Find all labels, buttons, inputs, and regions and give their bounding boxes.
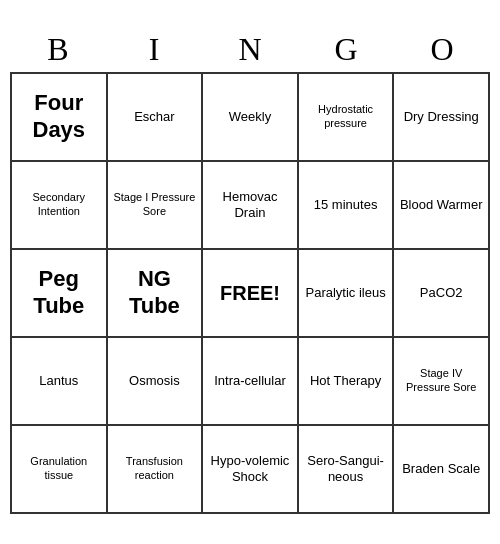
bingo-cell-11: NG Tube bbox=[108, 250, 204, 338]
bingo-cell-20: Granulation tissue bbox=[12, 426, 108, 514]
bingo-cell-4: Dry Dressing bbox=[394, 74, 490, 162]
header-letter-I: I bbox=[108, 31, 200, 68]
header-letter-O: O bbox=[396, 31, 488, 68]
bingo-cell-9: Blood Warmer bbox=[394, 162, 490, 250]
bingo-cell-13: Paralytic ileus bbox=[299, 250, 395, 338]
bingo-header: BINGO bbox=[10, 31, 490, 68]
bingo-cell-2: Weekly bbox=[203, 74, 299, 162]
bingo-cell-16: Osmosis bbox=[108, 338, 204, 426]
bingo-cell-3: Hydrostatic pressure bbox=[299, 74, 395, 162]
bingo-cell-0: Four Days bbox=[12, 74, 108, 162]
bingo-grid: Four DaysEscharWeeklyHydrostatic pressur… bbox=[10, 72, 490, 514]
bingo-cell-23: Sero-Sangui-neous bbox=[299, 426, 395, 514]
bingo-cell-18: Hot Therapy bbox=[299, 338, 395, 426]
bingo-cell-12: FREE! bbox=[203, 250, 299, 338]
bingo-cell-5: Secondary Intention bbox=[12, 162, 108, 250]
bingo-cell-10: Peg Tube bbox=[12, 250, 108, 338]
bingo-cell-24: Braden Scale bbox=[394, 426, 490, 514]
bingo-cell-21: Transfusion reaction bbox=[108, 426, 204, 514]
bingo-cell-19: Stage IV Pressure Sore bbox=[394, 338, 490, 426]
bingo-cell-15: Lantus bbox=[12, 338, 108, 426]
bingo-cell-17: Intra-cellular bbox=[203, 338, 299, 426]
header-letter-N: N bbox=[204, 31, 296, 68]
bingo-cell-6: Stage I Pressure Sore bbox=[108, 162, 204, 250]
bingo-cell-8: 15 minutes bbox=[299, 162, 395, 250]
bingo-card: BINGO Four DaysEscharWeeklyHydrostatic p… bbox=[10, 31, 490, 514]
header-letter-B: B bbox=[12, 31, 104, 68]
bingo-cell-22: Hypo-volemic Shock bbox=[203, 426, 299, 514]
bingo-cell-1: Eschar bbox=[108, 74, 204, 162]
bingo-cell-14: PaCO2 bbox=[394, 250, 490, 338]
header-letter-G: G bbox=[300, 31, 392, 68]
bingo-cell-7: Hemovac Drain bbox=[203, 162, 299, 250]
